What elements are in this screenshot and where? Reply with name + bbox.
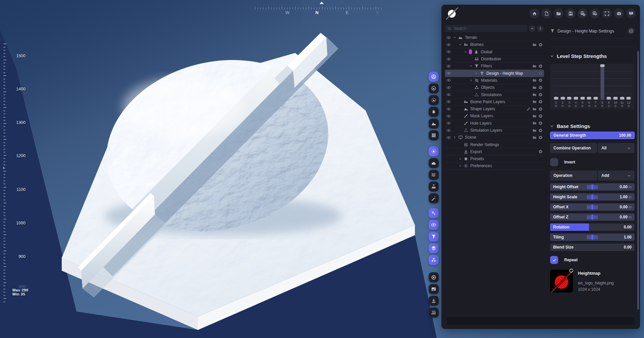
level-step-handle-9[interactable] <box>607 97 611 99</box>
setting-blend-size[interactable]: Blend Size0.00 <box>550 244 635 251</box>
mask-layers-folder-button[interactable] <box>532 114 537 118</box>
level-step-eye-5[interactable] <box>579 105 586 108</box>
visibility-toggle[interactable] <box>446 135 453 140</box>
expand-toggle[interactable] <box>459 43 464 46</box>
level-step-handle-7[interactable] <box>593 97 598 99</box>
tree-collapse-all-button[interactable] <box>529 25 535 32</box>
tree-item-objects[interactable]: Objects <box>445 84 544 91</box>
tree-item-distribution[interactable]: Distribution <box>445 56 544 63</box>
viewport-gears-button[interactable] <box>429 208 439 218</box>
heightmap-thumbnail[interactable] <box>550 270 573 292</box>
toolbar-screenshot-button[interactable] <box>614 8 624 18</box>
biome-paint-layers-folder-button[interactable] <box>532 99 537 104</box>
setting-rotation[interactable]: Rotation0.00 <box>550 223 635 231</box>
tree-item-presets[interactable]: Presets <box>445 155 544 162</box>
export-plus-button[interactable] <box>538 149 543 154</box>
visibility-toggle[interactable] <box>446 85 453 90</box>
level-step-handle-5[interactable] <box>580 97 585 99</box>
visibility-toggle[interactable] <box>446 92 453 97</box>
shape-layers-plus-button[interactable] <box>538 107 543 111</box>
level-step-eye-10[interactable] <box>612 105 619 108</box>
setting-height-offset[interactable]: Height Offset0.00m <box>550 183 635 191</box>
height-scale-drag-handle[interactable] <box>587 195 598 200</box>
heightmap-reload-icon[interactable] <box>569 268 574 273</box>
viewport-stats-button[interactable] <box>429 308 439 318</box>
biome-color-swatch[interactable] <box>469 49 472 54</box>
level-step-handle-4[interactable] <box>574 97 578 99</box>
hole-layers-folder-button[interactable] <box>532 121 537 125</box>
setting-offset-x[interactable]: Offset X0.00m <box>550 203 635 211</box>
objects-plus-button[interactable] <box>538 85 543 90</box>
viewport-clouds-button[interactable] <box>429 158 439 168</box>
level-step-handle-8[interactable] <box>600 64 604 67</box>
toolbar-save-edit-button[interactable] <box>590 8 600 18</box>
level-step-handle-1[interactable] <box>554 97 558 99</box>
biomes-folder-button[interactable] <box>532 43 537 47</box>
setting-tiling[interactable]: Tiling1.00 <box>550 233 635 241</box>
search-input[interactable] <box>453 26 525 31</box>
viewport-flame-button[interactable] <box>429 107 439 117</box>
level-step-eye-2[interactable] <box>559 105 566 108</box>
filters-plus-button[interactable] <box>538 64 543 68</box>
offset-z-drag-handle[interactable] <box>587 215 598 220</box>
simulation-layers-folder-button[interactable] <box>532 128 537 133</box>
tree-item-hole-layers[interactable]: Hole Layers <box>445 120 544 127</box>
level-step-eye-1[interactable] <box>553 105 559 108</box>
biome-paint-layers-plus-button[interactable] <box>538 99 543 104</box>
visibility-toggle[interactable] <box>446 121 453 125</box>
level-step-eye-9[interactable] <box>605 105 612 108</box>
toolbar-help-button[interactable] <box>626 8 636 18</box>
tree-item-render-settings[interactable]: Render Settings <box>445 141 544 148</box>
toolbar-save-add-button[interactable] <box>578 8 588 18</box>
settings-enable-button[interactable] <box>628 27 635 35</box>
tree-options-button[interactable] <box>537 25 543 32</box>
objects-folder-button[interactable] <box>532 85 537 90</box>
tree-item-biomes[interactable]: Biomes <box>445 41 544 48</box>
viewport-mountain-button[interactable] <box>429 119 439 129</box>
tree-item-simulation-layers[interactable]: Simulation Layers <box>445 127 544 134</box>
combine-operation-dropdown[interactable]: All <box>598 143 635 153</box>
materials-folder-button[interactable] <box>532 78 537 82</box>
tiling-drag-handle[interactable] <box>587 235 598 240</box>
toolbar-folder-open-button[interactable] <box>553 8 564 18</box>
level-step-handle-10[interactable] <box>613 97 618 99</box>
level-step-eye-8[interactable] <box>599 105 606 108</box>
expand-toggle[interactable] <box>475 72 480 75</box>
offset-x-drag-handle[interactable] <box>587 205 598 210</box>
expand-toggle[interactable] <box>464 50 469 54</box>
shape-layers-folder-button[interactable] <box>532 107 537 111</box>
repeat-checkbox[interactable] <box>550 256 558 264</box>
shape-layers-pencil-button[interactable] <box>526 107 531 111</box>
tree-item-filters[interactable]: Filters <box>445 63 544 70</box>
tree-item-terrain[interactable]: Terrain <box>445 34 544 41</box>
simulations-folder-button[interactable] <box>532 92 537 97</box>
toolbar-file-new-button[interactable] <box>541 8 551 18</box>
section-base-settings[interactable]: Base Settings <box>550 123 635 129</box>
visibility-toggle[interactable] <box>446 114 453 118</box>
level-step-eye-4[interactable] <box>573 105 579 108</box>
level-step-handle-12[interactable] <box>627 97 631 99</box>
visibility-toggle[interactable] <box>446 71 453 75</box>
filters-folder-button[interactable] <box>532 64 537 68</box>
expand-toggle[interactable] <box>453 36 458 39</box>
viewport-mountain-circle-button[interactable] <box>429 83 439 93</box>
visibility-toggle[interactable] <box>446 36 453 40</box>
visibility-toggle[interactable] <box>446 50 453 54</box>
toolbar-save-button[interactable] <box>566 8 576 18</box>
viewport-grid-button[interactable] <box>429 130 439 140</box>
tree-item-design-height-map[interactable]: Design - Height Map <box>445 70 544 77</box>
simulations-plus-button[interactable] <box>538 92 543 97</box>
expand-toggle[interactable] <box>459 157 464 160</box>
setting-general-strength[interactable]: General Strength100.00 <box>550 132 635 139</box>
section-level-step-strengths[interactable]: Level Step Strengths <box>550 53 635 59</box>
scene-folder-button[interactable] <box>532 135 537 140</box>
level-step-eye-7[interactable] <box>592 105 599 108</box>
level-step-handle-2[interactable] <box>560 97 565 99</box>
tree-item-simulations[interactable]: Simulations <box>445 91 544 98</box>
visibility-toggle[interactable] <box>446 43 453 47</box>
viewport-magic-wand-button[interactable] <box>429 193 439 203</box>
visibility-toggle[interactable] <box>446 99 453 104</box>
viewport-eye-circle-button[interactable] <box>429 220 439 230</box>
search-box[interactable] <box>445 25 527 32</box>
panel-resize-handle[interactable] <box>439 302 440 308</box>
